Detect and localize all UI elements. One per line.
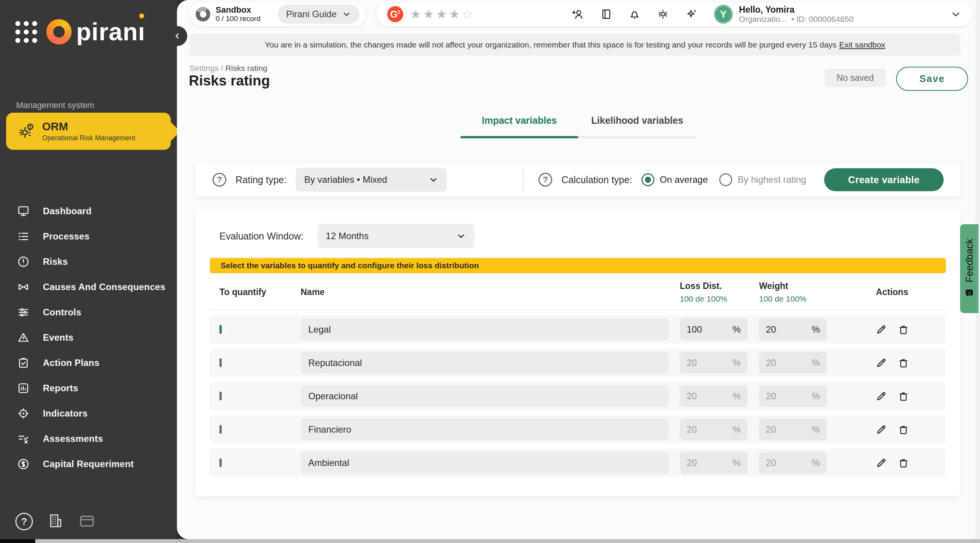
delete-trash-icon[interactable] [898,457,909,469]
sandbox-card: Sandbox 0 / 100 record Pirani Guide [190,2,366,26]
rating-type-label: Rating type: [236,174,286,185]
controls-icon [17,306,30,319]
radio-on-average[interactable]: On average [641,173,708,186]
quantify-checkbox[interactable] [219,458,222,467]
quantify-checkbox[interactable] [219,325,222,334]
save-button[interactable]: Save [896,67,968,91]
sidebar-item-dashboard[interactable]: Dashboard [0,198,177,224]
sidebar-menu: Dashboard Processes Risks Causes And Con… [0,198,177,477]
module-orm[interactable]: ORM Operational Risk Management [6,113,171,150]
loss-dist-field[interactable]: 100% [680,318,748,340]
assessments-icon [17,432,30,445]
tab-likelihood-variables[interactable]: Likelihood variables [578,115,696,138]
edit-pencil-icon[interactable] [875,424,887,435]
impact-variables-panel: Evaluation Window: 12 Months Select the … [195,209,960,496]
weight-field[interactable]: 20% [759,452,827,474]
pirani-logo: piranı [15,19,145,44]
exit-sandbox-link[interactable]: Exit sandbox [839,40,885,49]
star-filled-icon[interactable]: ★ [423,7,436,21]
edit-pencil-icon[interactable] [875,357,887,369]
rating-config-card: ? Rating type: By variables • Mixed ? Ca… [195,163,960,197]
scrollbar-thumb[interactable] [0,539,35,543]
star-outline-icon[interactable]: ☆ [462,7,475,21]
edit-pencil-icon[interactable] [875,457,887,469]
sidebar-item-causes-and-consequences[interactable]: Causes And Consequences [0,274,177,300]
sidebar-item-processes[interactable]: Processes [0,224,177,249]
radio-by-highest-rating[interactable]: By highest rating [719,173,806,186]
organization-icon[interactable] [47,512,64,531]
create-variable-button[interactable]: Create variable [824,168,944,191]
delete-trash-icon[interactable] [898,324,909,335]
sidebar-item-risks[interactable]: Risks [0,249,177,274]
sidebar-collapse-button[interactable] [167,26,187,46]
sidebar-item-assessments[interactable]: Assessments [0,426,177,451]
help-icon[interactable]: ? [15,513,33,530]
brand-wordmark: piranı [76,19,145,44]
sidebar-item-reports[interactable]: Reports [0,376,177,401]
loss-dist-field[interactable]: 20% [680,452,748,474]
edit-pencil-icon[interactable] [875,390,887,402]
breadcrumb-settings[interactable]: Settings [190,64,219,72]
apps-grid-icon[interactable] [15,21,37,43]
sidebar-item-action-plans[interactable]: Action Plans [0,350,177,376]
quantify-checkbox[interactable] [219,425,222,434]
user-menu-chevron-icon[interactable] [950,8,962,20]
settings-gear-icon[interactable] [656,8,669,21]
user-avatar[interactable]: Y [714,5,733,24]
variable-name-field[interactable]: Ambiental [301,452,668,474]
sidebar-item-controls[interactable]: Controls [0,300,177,325]
radio-icon[interactable] [641,173,654,186]
calculation-type-help-icon[interactable]: ? [538,173,552,187]
main-content: Sandbox 0 / 100 record Pirani Guide G2 ★… [177,0,980,539]
star-filled-icon[interactable]: ★ [436,7,449,21]
breadcrumb: Settings / Risks rating [190,64,267,73]
weight-field[interactable]: 20% [759,385,827,407]
quantify-checkbox[interactable] [219,358,222,367]
variable-name-field[interactable]: Reputacional [301,352,668,374]
notifications-bell-icon[interactable] [628,8,641,21]
star-filled-icon[interactable]: ★ [449,7,462,21]
page-title: Risks rating [189,73,270,89]
feedback-tab[interactable]: Feedback [960,224,978,313]
delete-trash-icon[interactable] [898,424,909,435]
star-filled-icon[interactable]: ★ [410,7,423,21]
add-user-icon[interactable] [571,8,584,21]
gear-alert-icon [17,123,34,140]
delete-trash-icon[interactable] [898,390,909,402]
rating-type-select[interactable]: By variables • Mixed [296,168,447,192]
rating-type-help-icon[interactable]: ? [213,173,226,187]
billing-card-icon[interactable] [78,512,96,531]
radio-icon[interactable] [719,173,732,186]
chevron-down-icon [456,231,466,241]
g2-logo[interactable]: G2 [387,6,403,22]
knowledge-book-icon[interactable] [600,8,613,21]
loss-dist-field[interactable]: 20% [680,385,748,407]
ai-sparkles-icon[interactable] [685,8,698,21]
weight-field[interactable]: 20% [759,352,827,374]
section-label: Management system [16,100,94,110]
rating-stars[interactable]: ★★★★☆ [410,7,474,21]
weight-field[interactable]: 20% [759,318,827,340]
loss-dist-field[interactable]: 20% [680,418,748,440]
evaluation-window-select[interactable]: 12 Months [317,224,474,248]
sandbox-record-count: 0 / 100 record [216,15,260,23]
sidebar-item-capital-requeriment[interactable]: Capital Requeriment [0,451,177,477]
tab-impact-variables[interactable]: Impact variables [460,115,578,138]
reports-icon [17,382,30,395]
weight-field[interactable]: 20% [759,418,827,440]
simulation-banner-text: You are in a simulation, the changes mad… [265,40,836,49]
variable-name-field[interactable]: Operacional [301,385,668,407]
pirani-guide-dropdown[interactable]: Pirani Guide [278,5,360,24]
loss-dist-field[interactable]: 20% [680,352,748,374]
variable-name-field[interactable]: Financiero [301,418,668,440]
sandbox-icon [196,7,210,21]
delete-trash-icon[interactable] [898,357,909,369]
variable-name-field[interactable]: Legal [301,318,668,340]
sidebar-item-events[interactable]: Events [0,325,177,350]
horizontal-scrollbar[interactable] [0,539,980,543]
edit-pencil-icon[interactable] [875,324,887,335]
calculation-type-label: Calculation type: [561,174,632,185]
evaluation-window-value: 12 Months [326,231,369,241]
sidebar-item-indicators[interactable]: Indicators [0,401,177,426]
quantify-checkbox[interactable] [219,392,222,400]
